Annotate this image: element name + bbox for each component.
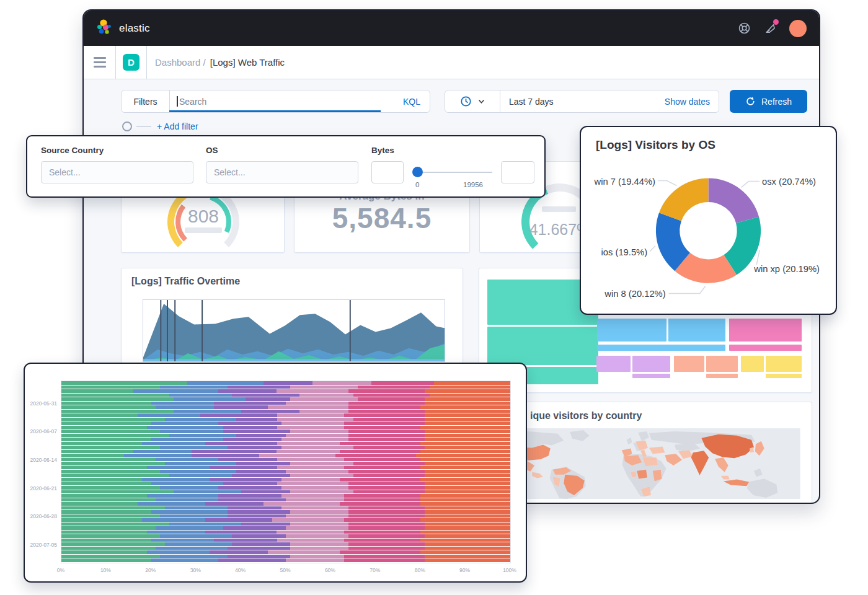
filters-button[interactable]: Filters (122, 90, 170, 112)
stacked-bar-row[interactable] (61, 534, 510, 538)
stacked-bar-row[interactable] (61, 506, 510, 510)
stacked-bar-row[interactable] (61, 430, 510, 433)
kql-toggle[interactable]: KQL (394, 90, 430, 112)
dashboard-app-icon[interactable]: D (123, 54, 140, 71)
world-map-chart[interactable] (489, 428, 803, 499)
bytes-max-input[interactable] (501, 161, 534, 183)
stacked-bar-row[interactable] (61, 426, 510, 430)
stacked-bar-row[interactable] (61, 421, 510, 425)
donut-slice[interactable] (659, 178, 708, 221)
stacked-bar-row[interactable] (61, 389, 510, 393)
stacked-bar-row[interactable] (61, 486, 510, 490)
bar-segment (425, 522, 510, 526)
stacked-bar-row[interactable] (61, 397, 510, 401)
stacked-bar-row[interactable] (61, 478, 510, 482)
bar-segment (192, 454, 259, 457)
bar-segment (290, 490, 353, 494)
stacked-bar-row[interactable] (61, 494, 510, 498)
stacked-bar-row[interactable] (61, 418, 510, 421)
show-dates-button[interactable]: Show dates (665, 97, 710, 107)
stacked-bar-row[interactable] (61, 518, 510, 522)
treemap-tile[interactable] (597, 345, 725, 351)
refresh-button[interactable]: Refresh (730, 90, 807, 113)
bytes-slider-track[interactable] (418, 172, 492, 173)
stacked-bar-row[interactable] (61, 502, 510, 506)
bytes-slider-handle[interactable] (412, 167, 423, 177)
treemap-tile[interactable] (706, 356, 738, 372)
stacked-bar-row[interactable] (61, 522, 510, 526)
stacked-bar-row[interactable] (61, 434, 510, 438)
treemap-tile[interactable] (706, 374, 738, 378)
bar-segment (277, 450, 339, 454)
bar-segment (281, 486, 349, 490)
stacked-bar-row[interactable] (61, 394, 510, 397)
time-range-label[interactable]: Last 7 days (509, 97, 554, 107)
stacked-bar-row[interactable] (61, 558, 510, 562)
treemap-tile[interactable] (632, 356, 670, 372)
stacked-bar-row[interactable] (61, 458, 510, 462)
stacked-bar-row[interactable] (61, 413, 510, 417)
treemap-tile[interactable] (766, 356, 802, 372)
stacked-bar-row[interactable] (61, 510, 510, 514)
stacked-bar-row[interactable] (61, 381, 510, 385)
breadcrumb: Dashboard / [Logs] Web Traffic (155, 57, 285, 68)
traffic-overtime-area-chart[interactable] (143, 299, 445, 362)
bar-segment (147, 494, 219, 498)
stacked-bar-row[interactable] (61, 386, 510, 389)
treemap-tile[interactable] (741, 356, 764, 372)
stacked-bar-row[interactable] (61, 466, 510, 470)
bar-segment (348, 510, 425, 514)
treemap-tile[interactable] (668, 319, 725, 342)
help-icon[interactable] (737, 22, 751, 35)
stacked-bar-row[interactable] (61, 446, 510, 449)
treemap-tile[interactable] (766, 374, 802, 378)
newsfeed-icon[interactable] (763, 22, 777, 35)
treemap-tile[interactable] (487, 327, 598, 365)
source-country-select[interactable]: Select... (41, 161, 193, 183)
os-select[interactable]: Select... (206, 161, 358, 183)
donut-slice[interactable] (708, 178, 759, 223)
stacked-bar-row[interactable] (61, 550, 510, 554)
visitors-by-os-donut-chart[interactable]: osx (20.74%)win xp (20.19%)win 8 (20.12%… (581, 127, 835, 313)
stacked-bar-row[interactable] (61, 402, 510, 405)
bar-segment (420, 550, 510, 554)
bar-segment (268, 405, 348, 409)
treemap-tile[interactable] (674, 356, 704, 372)
menu-hamburger-icon[interactable] (84, 57, 115, 68)
stacked-bar-row[interactable] (61, 462, 510, 465)
stacked-bar-row[interactable] (61, 470, 510, 474)
stacked-bar-row[interactable] (61, 526, 510, 530)
stacked-bar-row[interactable] (61, 474, 510, 478)
add-filter-button[interactable]: + Add filter (157, 121, 198, 131)
stacked-bar-row[interactable] (61, 454, 510, 457)
donut-slice-label: win 7 (19.44%) (594, 177, 655, 187)
stacked-bar-row[interactable] (61, 450, 510, 454)
stacked-bar-row[interactable] (61, 514, 510, 518)
stacked-bar-row[interactable] (61, 498, 510, 502)
stacked-bar-row[interactable] (61, 490, 510, 494)
stacked-bar-chart[interactable] (61, 381, 511, 563)
bar-segment (420, 442, 510, 446)
stacked-bar-row[interactable] (61, 438, 510, 441)
stacked-bar-row[interactable] (61, 539, 510, 542)
user-avatar[interactable] (789, 20, 807, 37)
stacked-bar-row[interactable] (61, 547, 510, 550)
bar-segment (277, 426, 345, 430)
treemap-tile[interactable] (596, 356, 631, 372)
elastic-logo-icon[interactable] (96, 19, 113, 38)
stacked-bar-row[interactable] (61, 531, 510, 534)
stacked-bar-row[interactable] (61, 410, 510, 413)
treemap-tile[interactable] (729, 345, 802, 351)
time-picker-quick-menu[interactable] (445, 90, 500, 112)
stacked-bar-row[interactable] (61, 442, 510, 446)
stacked-bar-row[interactable] (61, 405, 510, 409)
treemap-tile[interactable] (729, 319, 802, 342)
search-input[interactable]: Search (170, 90, 394, 112)
stacked-bar-row[interactable] (61, 555, 510, 558)
breadcrumb-dashboard-link[interactable]: Dashboard / (155, 57, 206, 68)
treemap-tile[interactable] (597, 319, 666, 342)
stacked-bar-row[interactable] (61, 482, 510, 486)
stacked-bar-row[interactable] (61, 542, 510, 546)
treemap-tile[interactable] (632, 374, 670, 378)
bytes-min-input[interactable] (371, 161, 404, 183)
